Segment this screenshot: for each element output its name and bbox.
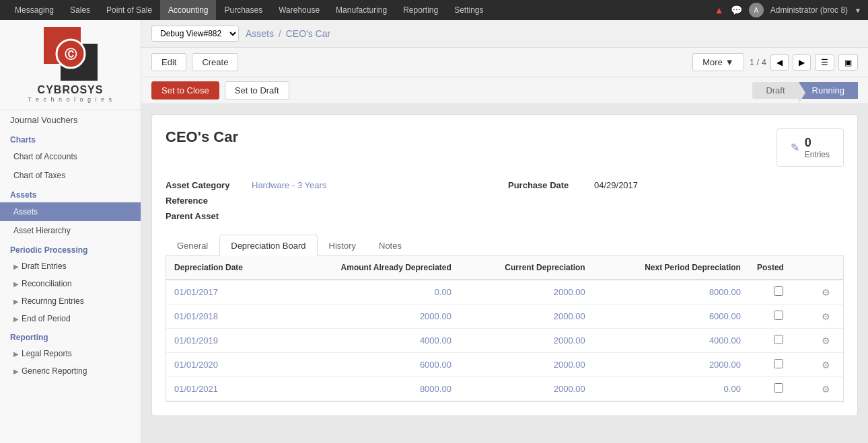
nav-settings[interactable]: Settings <box>446 0 491 20</box>
asset-category-row: Asset Category Hardware - 3 Years <box>166 180 501 190</box>
tab-depreciation-board[interactable]: Depreciation Board <box>219 235 317 256</box>
cell-date-4[interactable]: 01/01/2021 <box>166 377 284 401</box>
breadcrumb-parent[interactable]: Assets <box>246 28 274 39</box>
depreciation-table-container: Depreciation Date Amount Already Depreci… <box>166 256 844 402</box>
cell-current-dep-3: 2000.00 <box>460 353 593 377</box>
sidebar-item-chart-of-accounts[interactable]: Chart of Accounts <box>0 147 141 166</box>
logo-text: CYBROSYS T e c h n o l o g i e s <box>28 84 113 103</box>
top-nav-right: ▲ 💬 A Administrator (broc 8) ▼ <box>715 3 861 17</box>
cell-action-4[interactable]: ⚙ <box>809 377 843 401</box>
cell-current-dep-2: 2000.00 <box>460 329 593 353</box>
sidebar-item-reconciliation[interactable]: ▶ Reconciliation <box>0 275 141 292</box>
next-page-button[interactable]: ▶ <box>793 54 811 71</box>
status-steps: Draft Running <box>752 82 858 99</box>
entries-label: Entries <box>805 150 830 159</box>
cell-current-dep-0: 2000.00 <box>460 280 593 305</box>
tab-history[interactable]: History <box>318 235 367 256</box>
top-navigation: Messaging Sales Point of Sale Accounting… <box>0 0 868 20</box>
cell-date-2[interactable]: 01/01/2019 <box>166 329 284 353</box>
chat-icon[interactable]: 💬 <box>731 5 742 15</box>
sidebar-item-assets[interactable]: Assets <box>0 202 141 221</box>
cell-action-1[interactable]: ⚙ <box>809 305 843 329</box>
table-row: 01/01/2017 0.00 2000.00 8000.00 ⚙ <box>166 280 843 305</box>
nav-purchases[interactable]: Purchases <box>216 0 270 20</box>
nav-manufacturing[interactable]: Manufacturing <box>328 0 395 20</box>
nav-sales[interactable]: Sales <box>62 0 98 20</box>
cell-next-period-0: 8000.00 <box>593 280 749 305</box>
sidebar-item-draft-entries[interactable]: ▶ Draft Entries <box>0 257 141 275</box>
cell-next-period-3: 2000.00 <box>593 353 749 377</box>
nav-accounting[interactable]: Accounting <box>160 0 216 20</box>
card-view-button[interactable]: ▣ <box>838 54 858 71</box>
col-current-dep: Current Depreciation <box>460 256 593 280</box>
sidebar: Ⓒ CYBROSYS T e c h n o l o g i e s Journ… <box>0 20 141 443</box>
edit-button[interactable]: Edit <box>151 53 186 71</box>
set-to-close-button[interactable]: Set to Close <box>151 81 219 99</box>
debug-select[interactable]: Debug View#882 <box>151 26 239 42</box>
asset-card: CEO's Car ✎ 0 Entries Asset Category <box>151 114 858 416</box>
col-amount-already: Amount Already Depreciated <box>284 256 460 280</box>
table-head: Depreciation Date Amount Already Depreci… <box>166 256 843 280</box>
sidebar-item-generic-reporting[interactable]: ▶ Generic Reporting <box>0 362 141 380</box>
cell-posted-3[interactable] <box>749 353 809 377</box>
cell-posted-2[interactable] <box>749 329 809 353</box>
cell-action-2[interactable]: ⚙ <box>809 329 843 353</box>
cell-date-0[interactable]: 01/01/2017 <box>166 280 284 305</box>
cell-posted-4[interactable] <box>749 377 809 401</box>
more-button[interactable]: More ▼ <box>692 53 744 71</box>
asset-category-value[interactable]: Hardware - 3 Years <box>252 180 326 190</box>
nav-messaging[interactable]: Messaging <box>7 0 62 20</box>
sidebar-item-journal-vouchers[interactable]: Journal Vouchers <box>0 110 141 130</box>
step-draft[interactable]: Draft <box>752 82 798 99</box>
user-dropdown-icon[interactable]: ▼ <box>855 7 861 14</box>
prev-page-button[interactable]: ◀ <box>770 54 789 71</box>
tab-general[interactable]: General <box>166 235 219 256</box>
sidebar-section-periodic: Periodic Processing <box>0 240 141 257</box>
cell-posted-0[interactable] <box>749 280 809 305</box>
alert-icon[interactable]: ▲ <box>715 5 724 15</box>
main-layout: Ⓒ CYBROSYS T e c h n o l o g i e s Journ… <box>0 20 868 443</box>
entries-box[interactable]: ✎ 0 Entries <box>776 128 844 167</box>
brand-name: CYBROSYS <box>28 84 113 96</box>
table-body: 01/01/2017 0.00 2000.00 8000.00 ⚙ 01/01/… <box>166 280 843 401</box>
cell-action-3[interactable]: ⚙ <box>809 353 843 377</box>
asset-header: CEO's Car ✎ 0 Entries <box>166 128 844 167</box>
cell-posted-1[interactable] <box>749 305 809 329</box>
step-running[interactable]: Running <box>799 82 858 99</box>
col-posted: Posted <box>749 256 809 280</box>
breadcrumb: Assets / CEO's Car <box>246 28 330 39</box>
pencil-icon: ✎ <box>791 141 799 154</box>
arrow-icon: ▶ <box>13 280 19 288</box>
breadcrumb-bar: Debug View#882 Assets / CEO's Car <box>141 20 868 48</box>
cell-date-1[interactable]: 01/01/2018 <box>166 305 284 329</box>
logo-inner: Ⓒ <box>65 46 77 62</box>
create-button[interactable]: Create <box>192 53 238 71</box>
sidebar-section-charts: Charts <box>0 130 141 147</box>
sidebar-item-asset-hierarchy[interactable]: Asset Hierarchy <box>0 221 141 240</box>
asset-title: CEO's Car <box>166 128 238 146</box>
sidebar-item-legal-reports[interactable]: ▶ Legal Reports <box>0 345 141 362</box>
cell-action-0[interactable]: ⚙ <box>809 280 843 305</box>
table-header-row: Depreciation Date Amount Already Depreci… <box>166 256 843 280</box>
sidebar-item-end-of-period[interactable]: ▶ End of Period <box>0 310 141 327</box>
sidebar-item-chart-of-taxes[interactable]: Chart of Taxes <box>0 166 141 185</box>
tab-notes[interactable]: Notes <box>367 235 413 256</box>
nav-warehouse[interactable]: Warehouse <box>270 0 328 20</box>
nav-items: Messaging Sales Point of Sale Accounting… <box>7 0 715 20</box>
arrow-icon: ▶ <box>13 263 19 270</box>
purchase-date-row: Purchase Date 04/29/2017 <box>508 180 844 190</box>
list-view-button[interactable]: ☰ <box>815 54 834 71</box>
sidebar-item-recurring-entries[interactable]: ▶ Recurring Entries <box>0 292 141 310</box>
user-info[interactable]: Administrator (broc 8) <box>770 5 848 15</box>
cell-amount-already-1: 2000.00 <box>284 305 460 329</box>
arrow-icon: ▶ <box>13 350 19 358</box>
cell-date-3[interactable]: 01/01/2020 <box>166 353 284 377</box>
nav-pos[interactable]: Point of Sale <box>98 0 160 20</box>
breadcrumb-separator: / <box>279 28 281 39</box>
sidebar-section-reporting: Reporting <box>0 327 141 345</box>
page-nav: 1 / 4 <box>750 57 766 67</box>
col-actions <box>809 256 843 280</box>
set-to-draft-button[interactable]: Set to Draft <box>225 81 289 99</box>
nav-reporting[interactable]: Reporting <box>395 0 446 20</box>
asset-category-label: Asset Category <box>166 180 246 190</box>
